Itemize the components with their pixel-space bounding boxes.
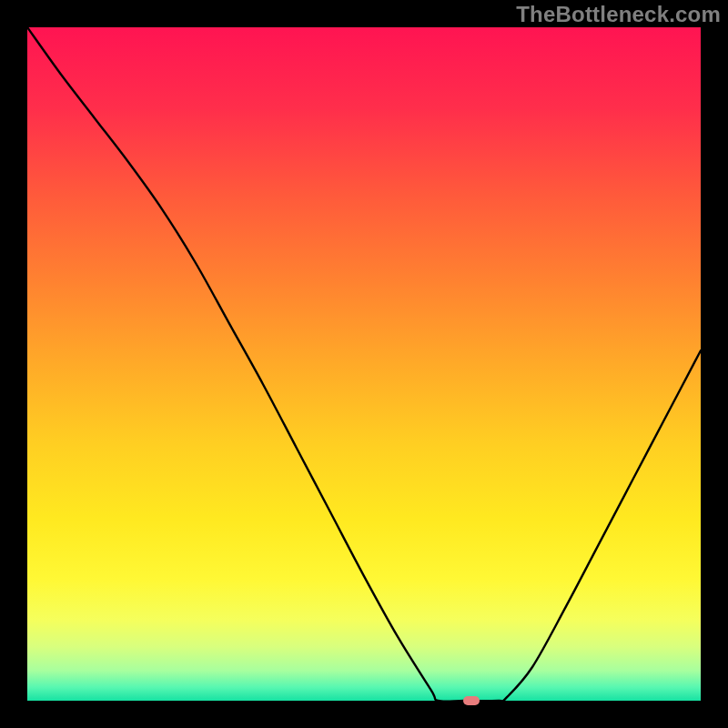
bottleneck-curve bbox=[27, 27, 701, 701]
watermark-text: TheBottleneck.com bbox=[516, 2, 721, 27]
optimal-point-marker bbox=[463, 696, 480, 705]
plot-area bbox=[27, 27, 701, 701]
chart-frame: TheBottleneck.com bbox=[0, 0, 728, 728]
